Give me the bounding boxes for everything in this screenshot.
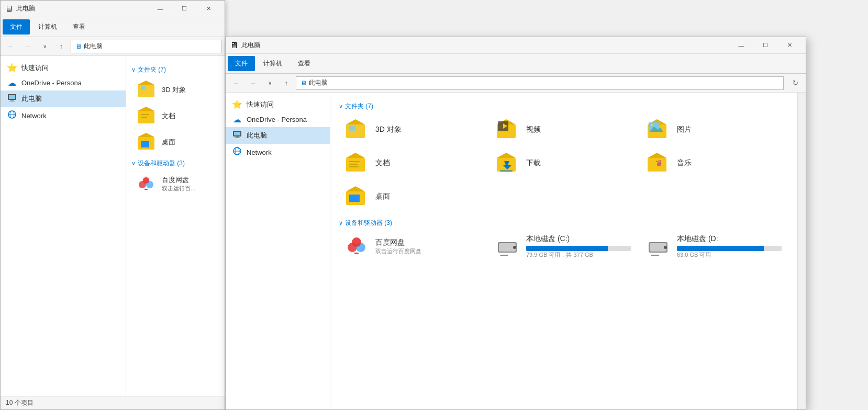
tab1-file[interactable]: 文件 — [3, 19, 30, 35]
svg-point-66 — [664, 246, 667, 249]
item-docs2[interactable]: 文档 — [339, 147, 487, 179]
svg-rect-1 — [9, 95, 15, 99]
window2-main: 文件夹 (7) 3D 对象 — [330, 93, 797, 409]
item-baidu1[interactable]: 百度网盘 双击运行百... — [131, 171, 219, 196]
titlebar2: 🖥 此电脑 — ☐ ✕ — [226, 37, 806, 54]
tab1-view[interactable]: 查看 — [65, 19, 93, 35]
svg-marker-54 — [346, 186, 365, 191]
svg-marker-42 — [346, 153, 365, 158]
dropdown-btn2[interactable]: ∨ — [262, 76, 277, 90]
computer-icon — [7, 93, 17, 105]
back-btn2[interactable]: ← — [229, 76, 243, 90]
titlebar1-buttons: — ☐ ✕ — [148, 1, 220, 17]
svg-rect-31 — [349, 126, 355, 131]
item-desktop1[interactable]: 桌面 — [131, 130, 219, 155]
sidebar2-this-pc[interactable]: 此电脑 — [226, 127, 330, 144]
titlebar1: 🖥 此电脑 — ☐ ✕ — [1, 1, 225, 17]
item-baidu2[interactable]: 百度网盘 双击运行百度网盘 — [339, 231, 487, 262]
up-btn2[interactable]: ↑ — [279, 76, 294, 90]
drives-grid1: 百度网盘 双击运行百... — [131, 171, 219, 196]
window2: 🖥 此电脑 — ☐ ✕ 文件 计算机 查看 ← → ∨ ↑ 🖥 此电脑 ↻ ⭐ … — [225, 37, 806, 410]
svg-rect-25 — [235, 138, 240, 138]
close-button2[interactable]: ✕ — [777, 37, 802, 54]
svg-marker-47 — [497, 153, 516, 158]
nav-bar1: ← → ∨ ↑ 🖥 此电脑 — [1, 37, 225, 56]
up-btn1[interactable]: ↑ — [54, 39, 69, 54]
svg-point-40 — [651, 124, 653, 126]
minimize-button2[interactable]: — — [729, 37, 753, 54]
dropdown-btn1[interactable]: ∨ — [37, 39, 52, 54]
svg-rect-24 — [236, 136, 239, 138]
window1-app-icon: 🖥 — [5, 4, 13, 14]
tab2-view[interactable]: 查看 — [291, 56, 318, 71]
network-icon2 — [232, 146, 242, 158]
minimize-button1[interactable]: — — [148, 1, 172, 17]
tab2-computer[interactable]: 计算机 — [256, 56, 290, 71]
window1-main: 文件夹 (7) 3D 对象 — [126, 56, 225, 396]
sidebar1: ⭐ 快速访问 ☁ OneDrive - Persona 此电脑 Network — [1, 56, 126, 396]
section-folders1: 文件夹 (7) — [131, 65, 219, 74]
tab2-file[interactable]: 文件 — [228, 56, 255, 71]
svg-marker-30 — [346, 119, 365, 124]
svg-rect-23 — [234, 132, 240, 135]
forward-btn2[interactable]: → — [246, 76, 260, 90]
refresh-btn2[interactable]: ↻ — [788, 76, 803, 90]
svg-rect-50 — [500, 170, 513, 172]
section-folders2: 文件夹 (7) — [339, 102, 789, 111]
titlebar2-buttons: — ☐ ✕ — [729, 37, 802, 54]
back-btn1[interactable]: ← — [4, 39, 18, 54]
svg-rect-21 — [144, 189, 148, 190]
svg-rect-13 — [141, 117, 147, 118]
drive-c-bar — [526, 246, 631, 251]
forward-btn1[interactable]: → — [20, 39, 35, 54]
drive-d-bar — [677, 246, 782, 251]
svg-marker-15 — [138, 133, 154, 137]
sidebar1-onedrive[interactable]: ☁ OneDrive - Persona — [1, 75, 126, 90]
item-docs1[interactable]: 文档 — [131, 104, 219, 129]
nav-bar2: ← → ∨ ↑ 🖥 此电脑 ↻ — [226, 74, 806, 93]
address-bar2[interactable]: 🖥 此电脑 — [296, 76, 784, 90]
close-button1[interactable]: ✕ — [196, 1, 220, 17]
item-video2[interactable]: 视频 — [489, 114, 638, 145]
right-overflow — [806, 0, 868, 410]
svg-rect-67 — [651, 255, 659, 256]
maximize-button2[interactable]: ☐ — [753, 37, 777, 54]
svg-point-62 — [513, 246, 516, 249]
svg-rect-16 — [141, 141, 149, 147]
ribbon2: 文件 计算机 查看 — [226, 54, 806, 74]
sidebar1-quick-access[interactable]: ⭐ 快速访问 — [1, 60, 126, 75]
folders-grid2: 3D 对象 视频 — [339, 114, 789, 212]
svg-marker-52 — [648, 153, 666, 158]
window2-title: 此电脑 — [241, 41, 726, 50]
svg-point-20 — [143, 177, 149, 184]
sidebar1-this-pc[interactable]: 此电脑 — [1, 90, 126, 107]
svg-point-58 — [352, 237, 361, 247]
item-pictures2[interactable]: 图片 — [640, 114, 789, 145]
window2-body: ⭐ 快速访问 ☁ OneDrive - Persona 此电脑 Network — [226, 93, 806, 409]
scrollbar2[interactable] — [797, 93, 806, 409]
svg-rect-3 — [9, 101, 15, 101]
sidebar2-onedrive[interactable]: ☁ OneDrive - Persona — [226, 112, 330, 127]
drives-grid2: 百度网盘 双击运行百度网盘 本地磁盘 (C:) — [339, 231, 789, 262]
sidebar2: ⭐ 快速访问 ☁ OneDrive - Persona 此电脑 Network — [226, 93, 330, 409]
address-bar1[interactable]: 🖥 此电脑 — [71, 40, 221, 53]
item-3d-objects1[interactable]: 3D 对象 — [131, 77, 219, 102]
item-downloads2[interactable]: 下载 — [489, 147, 638, 179]
svg-rect-51 — [648, 158, 666, 172]
svg-rect-44 — [349, 164, 358, 165]
cloud-icon: ☁ — [7, 78, 17, 88]
item-music2[interactable]: 音乐 — [640, 147, 789, 179]
computer-icon2 — [232, 130, 242, 141]
window1: 🖥 此电脑 — ☐ ✕ 文件 计算机 查看 ← → ∨ ↑ 🖥 此电脑 ⭐ 快速… — [0, 0, 225, 410]
sidebar1-network[interactable]: Network — [1, 107, 126, 124]
item-drive-c2[interactable]: 本地磁盘 (C:) 79.9 GB 可用，共 377 GB — [489, 231, 638, 262]
item-3d-objects2[interactable]: 3D 对象 — [339, 114, 487, 145]
sidebar2-quick-access[interactable]: ⭐ 快速访问 — [226, 97, 330, 112]
network-icon1 — [7, 110, 17, 121]
maximize-button1[interactable]: ☐ — [172, 1, 196, 17]
tab1-computer[interactable]: 计算机 — [31, 19, 64, 35]
sidebar2-network[interactable]: Network — [226, 144, 330, 161]
item-drive-d2[interactable]: 本地磁盘 (D: 63.0 GB 可用 — [640, 231, 789, 262]
item-desktop2[interactable]: 桌面 — [339, 181, 487, 212]
cloud-icon2: ☁ — [232, 115, 242, 124]
